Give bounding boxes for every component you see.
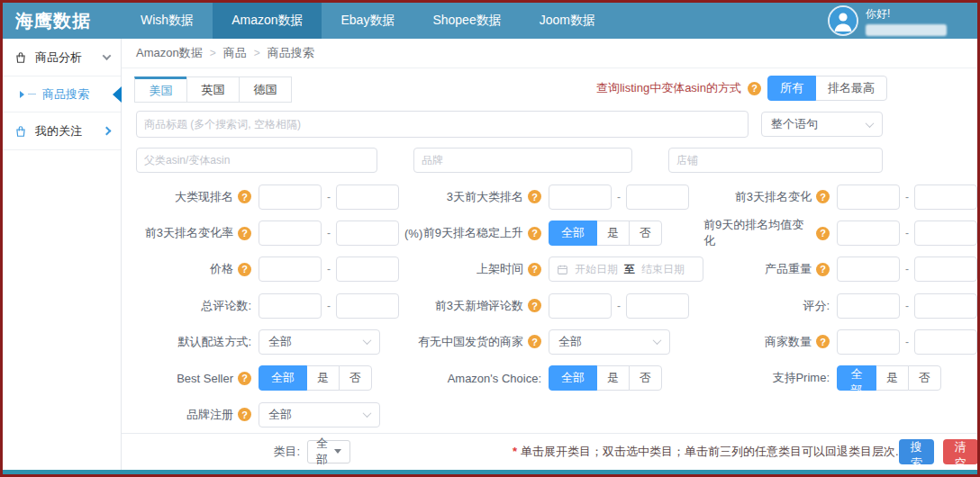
tab-us[interactable]: 美国 <box>134 76 187 103</box>
option-yes[interactable]: 是 <box>306 365 340 391</box>
rank-now-min-input[interactable] <box>259 184 322 210</box>
field-label: 类目: <box>273 444 300 460</box>
rank-rate-min-input[interactable] <box>259 220 322 246</box>
field-label: 前9天排名稳定上升 <box>423 225 523 241</box>
rank-avg-change-max-input[interactable] <box>914 220 977 246</box>
rank-3d-ago-max-input[interactable] <box>626 184 689 210</box>
title-mode-select[interactable]: 整个语句 <box>761 112 883 137</box>
username-blurred <box>866 24 947 36</box>
option-no[interactable]: 否 <box>629 220 662 246</box>
calendar-icon <box>557 264 568 275</box>
option-all-listings[interactable]: 所有 <box>767 76 816 101</box>
help-icon[interactable]: ? <box>238 372 251 385</box>
title-search-input[interactable] <box>136 111 749 138</box>
chevron-down-icon <box>363 337 372 346</box>
total-reviews-min-input[interactable] <box>259 293 322 319</box>
listing-date-range-picker[interactable]: 开始日期 至 结束日期 <box>549 256 703 282</box>
chevron-down-icon <box>866 119 875 128</box>
option-no[interactable]: 否 <box>908 365 941 391</box>
weight-min-input[interactable] <box>837 256 900 282</box>
sidebar-item-my-follows[interactable]: 我的关注 <box>3 112 121 150</box>
search-button[interactable]: 搜索 <box>899 439 934 464</box>
option-all[interactable]: 全部 <box>549 220 597 246</box>
help-icon[interactable]: ? <box>528 227 541 240</box>
clear-button[interactable]: 清空 <box>943 439 978 464</box>
help-icon[interactable]: ? <box>816 335 830 348</box>
user-avatar-icon[interactable] <box>828 5 858 36</box>
nav-tab-amazon[interactable]: Amazon数据 <box>213 3 322 39</box>
price-min-input[interactable] <box>259 256 322 282</box>
rank-change-3d-min-input[interactable] <box>837 184 900 210</box>
rank-3d-ago-min-input[interactable] <box>549 184 612 210</box>
option-all[interactable]: 全部 <box>549 365 597 391</box>
option-no[interactable]: 否 <box>629 365 662 391</box>
brand-registry-select[interactable]: 全部 <box>259 402 380 428</box>
prime-toggle: 全部 是 否 <box>837 365 941 391</box>
field-label: 默认配送方式: <box>177 334 251 350</box>
help-icon[interactable]: ? <box>528 263 541 276</box>
user-meta: 你好! <box>866 6 947 36</box>
tab-de[interactable]: 德国 <box>239 76 292 103</box>
rank-rate-max-input[interactable] <box>336 220 399 246</box>
new-reviews-min-input[interactable] <box>549 293 612 319</box>
range-dash: - <box>327 227 331 239</box>
rank-change-3d-max-input[interactable] <box>914 184 977 210</box>
cn-shipper-select[interactable]: 全部 <box>549 329 670 355</box>
help-icon[interactable]: ? <box>238 408 251 421</box>
breadcrumb-item[interactable]: Amazon数据 <box>136 45 203 61</box>
help-icon[interactable]: ? <box>816 263 830 276</box>
option-top-ranked[interactable]: 排名最高 <box>815 76 887 101</box>
primary-nav: Wish数据 Amazon数据 Ebay数据 Shopee数据 Joom数据 <box>122 3 614 39</box>
nav-tab-joom[interactable]: Joom数据 <box>521 3 614 39</box>
range-dash: - <box>617 300 621 312</box>
help-icon[interactable]: ? <box>816 190 830 203</box>
category-select-button[interactable]: 全部 <box>307 440 350 464</box>
asin-input[interactable] <box>136 148 377 173</box>
rating-min-input[interactable] <box>837 293 900 319</box>
option-yes[interactable]: 是 <box>596 365 630 391</box>
country-tabstrip: 美国 英国 德国 查询listing中变体asin的方式 ? 所有 排名最高 <box>122 68 977 103</box>
help-icon[interactable]: ? <box>528 335 541 348</box>
shop-input[interactable] <box>668 148 883 173</box>
date-start-placeholder: 开始日期 <box>575 262 618 277</box>
tab-uk[interactable]: 英国 <box>186 76 240 103</box>
help-icon[interactable]: ? <box>238 190 251 203</box>
option-yes[interactable]: 是 <box>876 365 909 391</box>
option-yes[interactable]: 是 <box>596 220 630 246</box>
help-icon[interactable]: ? <box>748 82 761 95</box>
range-dash: - <box>327 191 331 203</box>
breadcrumb-item[interactable]: 商品 <box>223 45 247 61</box>
help-icon[interactable]: ? <box>528 190 541 203</box>
rating-max-input[interactable] <box>914 293 977 319</box>
row-ranks: 大类现排名? - 3天前大类排名? - 前3天排名变化? - <box>122 179 977 215</box>
field-label: 产品重量 <box>765 261 812 277</box>
help-icon[interactable]: ? <box>528 299 541 312</box>
row-sellers: 默认配送方式: 全部 有无中国发货的商家? 全部 <box>122 324 977 360</box>
total-reviews-max-input[interactable] <box>336 293 399 319</box>
help-icon[interactable]: ? <box>238 263 251 276</box>
price-max-input[interactable] <box>336 256 399 282</box>
select-value: 整个语句 <box>771 116 818 132</box>
new-reviews-max-input[interactable] <box>626 293 689 319</box>
nav-tab-wish[interactable]: Wish数据 <box>122 3 213 39</box>
row-category-actions: 类目: 全部 *单击展开类目；双击选中类目；单击前三列的任意类目可以回退类目层次… <box>122 433 977 470</box>
sidebar: 商品分析 商品搜索 我的关注 <box>3 39 122 470</box>
option-all[interactable]: 全部 <box>837 365 876 391</box>
field-label: 品牌注册 <box>186 407 233 423</box>
nav-tab-shopee[interactable]: Shopee数据 <box>413 3 520 39</box>
brand-input[interactable] <box>413 148 632 173</box>
rank-now-max-input[interactable] <box>336 184 399 210</box>
sidebar-item-product-search[interactable]: 商品搜索 <box>3 76 121 112</box>
help-icon[interactable]: ? <box>238 227 251 240</box>
row-price-time-weight: 价格? - 上架时间? 开始日期 至 结束日期 产品重量? <box>122 251 977 287</box>
weight-max-input[interactable] <box>914 256 977 282</box>
option-all[interactable]: 全部 <box>259 365 307 391</box>
shipping-select[interactable]: 全部 <box>259 329 380 355</box>
sidebar-item-product-analysis[interactable]: 商品分析 <box>3 39 121 76</box>
seller-count-min-input[interactable] <box>837 329 900 355</box>
help-icon[interactable]: ? <box>816 227 830 240</box>
seller-count-max-input[interactable] <box>914 329 977 355</box>
rank-avg-change-min-input[interactable] <box>837 220 900 246</box>
nav-tab-ebay[interactable]: Ebay数据 <box>322 3 413 39</box>
option-no[interactable]: 否 <box>339 365 372 391</box>
